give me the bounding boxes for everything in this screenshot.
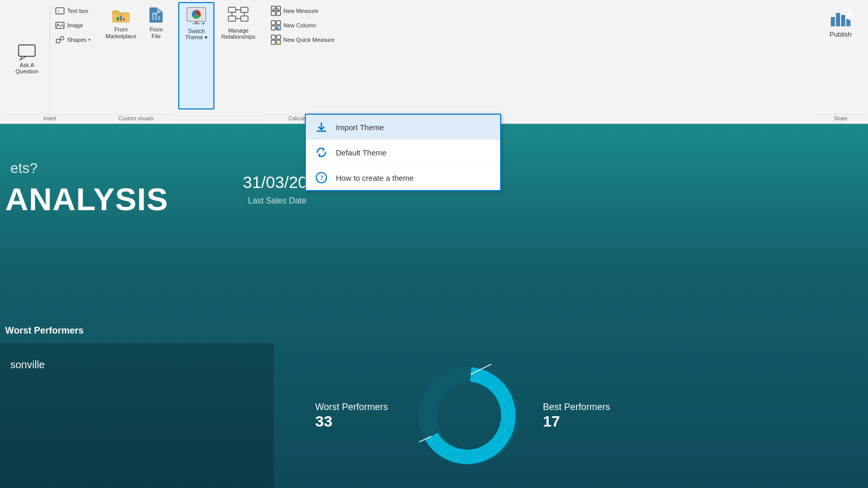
svg-text:f: f [277, 7, 279, 11]
share-label: Share [815, 114, 866, 123]
svg-rect-20 [228, 7, 236, 12]
publish-icon [828, 5, 853, 30]
bottom-section: Worst Performers sonville Worst Performe… [0, 343, 868, 488]
textbox-icon: T [55, 6, 65, 16]
view-section: ▾ Switch Theme ▾ [174, 0, 264, 123]
image-label: Image [67, 22, 83, 28]
svg-rect-31 [276, 11, 281, 15]
import-theme-icon [314, 120, 329, 134]
insert-section: Ask A Question T Text box [2, 0, 98, 123]
ribbon: Ask A Question T Text box [0, 0, 868, 124]
publish-button[interactable]: Publish [819, 2, 862, 104]
svg-rect-22 [228, 16, 236, 21]
svg-rect-18 [192, 23, 200, 24]
switch-theme-button[interactable]: ▾ Switch Theme ▾ [178, 2, 214, 109]
default-theme-item[interactable]: Default Theme [306, 140, 500, 165]
from-file-button[interactable]: From File [142, 2, 170, 112]
insert-label: Insert [2, 114, 98, 123]
new-measure-button[interactable]: f ≡ New Measure [268, 4, 337, 18]
best-performers-chart-label: Best Performers 17 [543, 402, 610, 430]
textbox-button[interactable]: T Text box [52, 4, 94, 18]
manage-relationships-label: Manage Relationships [221, 27, 255, 40]
svg-rect-41 [276, 35, 281, 39]
svg-rect-12 [155, 13, 157, 20]
switch-theme-dropdown: Import Theme Default Theme ? How to crea… [305, 114, 501, 191]
from-marketplace-button[interactable]: From Marketplace [102, 2, 140, 112]
best-value: 17 [543, 413, 610, 430]
new-column-icon [271, 20, 281, 30]
bottom-left-panel: Worst Performers sonville [0, 343, 274, 488]
new-quick-measure-icon: ⚡ [271, 35, 281, 45]
svg-text:▾: ▾ [202, 21, 205, 26]
svg-point-7 [60, 37, 64, 40]
svg-rect-45 [831, 17, 835, 26]
worst-value: 33 [315, 413, 388, 430]
svg-text:?: ? [320, 174, 324, 181]
city-name: sonville [10, 359, 45, 371]
svg-rect-4 [56, 22, 64, 28]
new-quick-measure-button[interactable]: ⚡ New Quick Measure [268, 33, 337, 46]
publish-label: Publish [830, 30, 852, 38]
image-icon [55, 20, 65, 30]
svg-text:T: T [57, 9, 60, 13]
chart-labels-left: Worst Performers 33 [315, 402, 388, 430]
from-marketplace-icon [111, 5, 131, 25]
svg-rect-36 [271, 26, 275, 30]
best-label: Best Performers [543, 402, 610, 413]
shapes-button[interactable]: Shapes ▾ [52, 33, 94, 46]
svg-marker-1 [20, 56, 26, 60]
svg-rect-11 [152, 15, 154, 20]
new-measure-label: New Measure [283, 8, 318, 14]
custom-visuals-label: Custom visuals [98, 114, 174, 123]
svg-rect-42 [271, 40, 275, 44]
from-file-label: From File [149, 26, 163, 40]
share-section: Publish Share [815, 0, 866, 123]
svg-rect-47 [841, 15, 845, 26]
ribbon-spacer [341, 0, 815, 123]
ask-question-icon [17, 42, 37, 62]
svg-rect-40 [271, 35, 275, 39]
svg-rect-21 [241, 7, 248, 12]
svg-rect-34 [271, 21, 275, 25]
donut-chart [419, 364, 522, 467]
default-theme-label: Default Theme [336, 148, 386, 157]
worst-performers-chart-label: Worst Performers 33 [315, 402, 388, 430]
svg-text:≡: ≡ [272, 7, 274, 11]
svg-text:⚡: ⚡ [277, 40, 281, 45]
image-button[interactable]: Image [52, 19, 94, 32]
worst-performers-title: Worst Performers [5, 325, 84, 336]
from-marketplace-label: From Marketplace [105, 26, 136, 40]
question-text: ets? [10, 160, 38, 177]
worst-label: Worst Performers [315, 402, 388, 413]
ask-question-button[interactable]: Ask A Question [6, 2, 48, 114]
manage-relationships-button[interactable]: Manage Relationships [216, 2, 260, 109]
ask-question-label: Ask A Question [16, 62, 38, 74]
new-column-button[interactable]: New Column [268, 19, 337, 32]
shapes-dropdown-indicator: ▾ [88, 37, 91, 42]
svg-rect-46 [836, 13, 840, 26]
svg-rect-30 [271, 11, 275, 15]
svg-rect-35 [276, 21, 281, 25]
import-theme-label: Import Theme [336, 123, 384, 132]
analysis-title: ANALYSIS [5, 181, 168, 217]
svg-rect-13 [158, 16, 160, 20]
how-to-create-theme-item[interactable]: ? How to create a theme [306, 165, 500, 190]
chart-area: Worst Performers 33 [274, 343, 868, 488]
svg-rect-0 [19, 45, 35, 56]
calculations-col: f ≡ New Measure [268, 2, 337, 114]
calculations-section: f ≡ New Measure [264, 0, 341, 123]
svg-rect-10 [123, 18, 125, 21]
new-quick-measure-label: New Quick Measure [283, 37, 334, 43]
view-label [174, 120, 264, 123]
switch-theme-label: Switch Theme ▾ [185, 28, 208, 41]
divider-1 [50, 4, 50, 112]
svg-rect-23 [241, 16, 248, 21]
switch-theme-icon: ▾ [185, 5, 208, 28]
import-theme-item[interactable]: Import Theme [306, 115, 500, 140]
custom-visuals-section: From Marketplace From Fil [98, 0, 174, 123]
svg-rect-8 [117, 17, 119, 21]
svg-rect-9 [120, 15, 122, 21]
how-to-create-theme-label: How to create a theme [336, 174, 414, 182]
svg-rect-6 [56, 39, 60, 43]
new-measure-icon: f ≡ [271, 6, 281, 16]
